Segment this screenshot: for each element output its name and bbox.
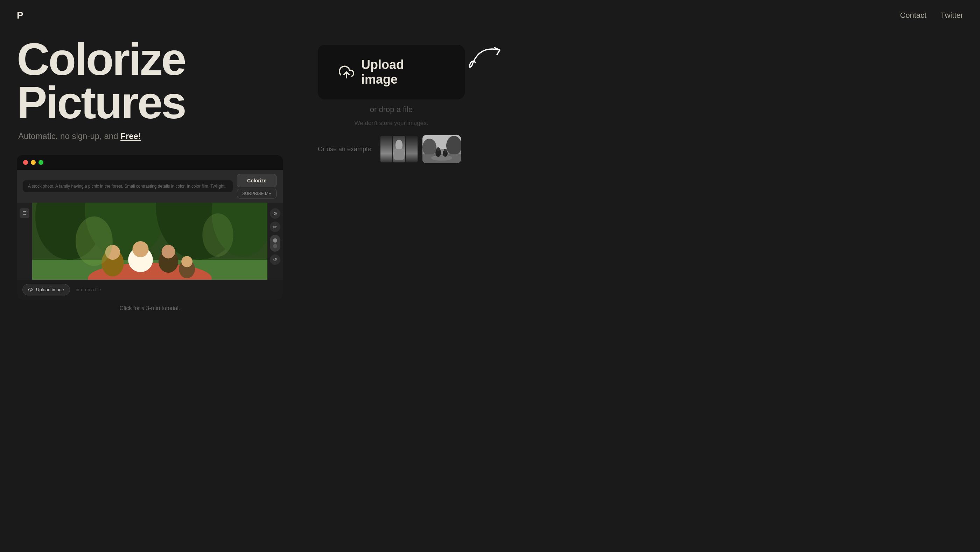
upload-small-icon bbox=[29, 287, 33, 292]
svg-point-12 bbox=[162, 245, 175, 259]
subtitle: Automatic, no sign-up, and Free! bbox=[17, 131, 283, 141]
main-content: Colorize Pictures Automatic, no sign-up,… bbox=[0, 31, 980, 326]
svg-point-26 bbox=[436, 147, 440, 151]
examples-label: Or use an example: bbox=[318, 146, 373, 153]
mock-window: A stock photo. A family having a picnic … bbox=[17, 155, 283, 300]
window-dot-yellow bbox=[31, 160, 36, 165]
settings-tool-icon[interactable]: ⚙ bbox=[270, 208, 280, 219]
arrow-icon bbox=[465, 38, 514, 73]
svg-point-15 bbox=[76, 216, 113, 266]
window-titlebar bbox=[17, 155, 283, 170]
window-sidebar: ☰ bbox=[17, 203, 32, 280]
toggle-tool-icon[interactable] bbox=[270, 235, 280, 252]
navbar: P Contact Twitter bbox=[0, 0, 980, 31]
svg-point-21 bbox=[422, 138, 436, 156]
upload-row: Upload image bbox=[318, 45, 465, 99]
window-footer: Upload image or drop a file bbox=[17, 280, 283, 300]
window-top-bar: A stock photo. A family having a picnic … bbox=[17, 170, 283, 203]
or-drop-text: or drop a file bbox=[370, 105, 413, 114]
right-section: Upload image or drop a file We don't sto… bbox=[304, 38, 479, 163]
nav-twitter[interactable]: Twitter bbox=[940, 11, 963, 20]
nav-links: Contact Twitter bbox=[900, 11, 963, 20]
upload-label: Upload image bbox=[361, 57, 444, 87]
colorize-button[interactable]: Colorize bbox=[237, 174, 277, 187]
logo[interactable]: P bbox=[17, 10, 23, 21]
window-upload-button[interactable]: Upload image bbox=[22, 284, 70, 296]
svg-point-16 bbox=[202, 213, 233, 256]
example-thumbs bbox=[380, 135, 461, 163]
svg-point-24 bbox=[431, 155, 452, 161]
svg-point-10 bbox=[132, 241, 148, 257]
examples-row: Or use an example: bbox=[318, 135, 465, 163]
reset-tool-icon[interactable]: ↺ bbox=[270, 255, 280, 265]
nav-contact[interactable]: Contact bbox=[900, 11, 926, 20]
window-dot-green bbox=[38, 160, 43, 165]
example-thumb-1[interactable] bbox=[380, 135, 418, 163]
left-section: Colorize Pictures Automatic, no sign-up,… bbox=[17, 38, 283, 312]
window-right-tools: ⚙ ✏ ↺ bbox=[267, 203, 283, 280]
example-thumb-2[interactable] bbox=[422, 135, 461, 163]
drop-zone-wrapper: Upload image or drop a file We don't sto… bbox=[304, 45, 479, 127]
photo-scene bbox=[32, 203, 267, 280]
image-canvas bbox=[32, 203, 267, 280]
upload-area[interactable]: Upload image bbox=[318, 45, 465, 99]
window-dot-red bbox=[23, 160, 28, 165]
example-svg-2 bbox=[422, 135, 461, 163]
prompt-input[interactable]: A stock photo. A family having a picnic … bbox=[23, 180, 233, 192]
hero-title: Colorize Pictures bbox=[17, 38, 283, 124]
window-drop-hint: or drop a file bbox=[76, 287, 101, 292]
upload-cloud-icon bbox=[339, 64, 354, 80]
window-canvas-area: ☰ bbox=[17, 203, 283, 280]
svg-point-14 bbox=[181, 256, 192, 267]
menu-icon[interactable]: ☰ bbox=[20, 208, 29, 218]
brush-tool-icon[interactable]: ✏ bbox=[270, 221, 280, 232]
tutorial-text[interactable]: Click for a 3-min tutorial. bbox=[17, 305, 283, 312]
svg-point-28 bbox=[444, 149, 447, 151]
photo-svg bbox=[32, 203, 267, 280]
privacy-note: We don't store your images. bbox=[355, 120, 428, 127]
svg-point-22 bbox=[446, 136, 461, 156]
surprise-me-button[interactable]: SURPRISE ME bbox=[237, 189, 277, 199]
